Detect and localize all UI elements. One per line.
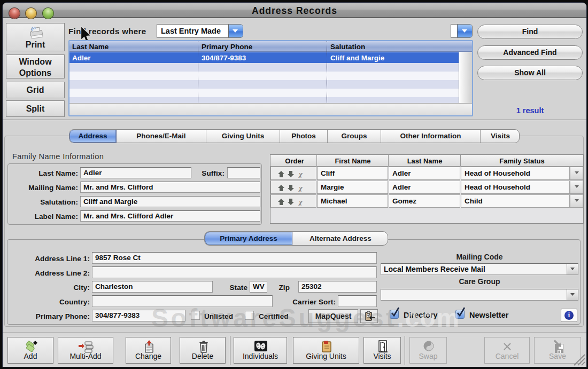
svg-text:χ: χ (298, 170, 303, 178)
svg-text:χ: χ (298, 198, 303, 206)
svg-text:χ: χ (298, 184, 303, 192)
